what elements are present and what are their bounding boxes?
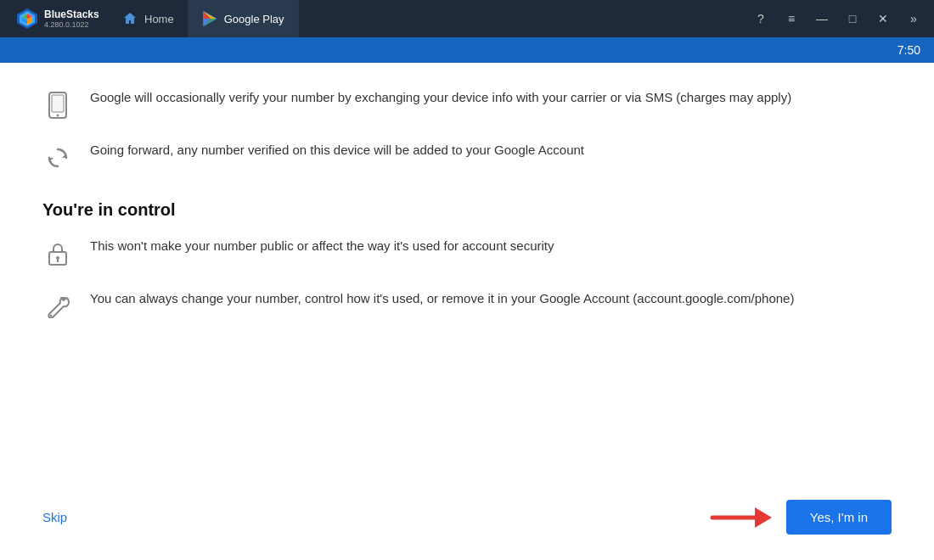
wrench-icon [42,291,73,322]
main-content: Google will occasionally verify your num… [0,63,934,560]
app-name: BlueStacks [44,8,99,20]
home-icon [122,11,138,26]
svg-rect-13 [52,95,64,112]
bluestacks-logo: BlueStacks 4.280.0.1022 [7,7,109,31]
sync-info-row: Going forward, any number verified on th… [42,141,892,173]
svg-marker-16 [49,158,53,162]
maximize-button[interactable]: □ [839,5,866,32]
svg-point-14 [57,115,59,117]
close-button[interactable]: ✕ [869,5,897,32]
help-button[interactable]: ? [747,5,774,32]
phone-info-text: Google will occasionally verify your num… [90,88,892,108]
window-controls: ? ≡ — □ ✕ » [747,5,927,32]
lock-icon [42,238,73,269]
action-row: Skip Yes, I'm in [42,483,892,535]
more-button[interactable]: » [900,5,927,32]
status-time: 7:50 [897,43,920,57]
settings-info-text: You can always change your number, contr… [90,289,892,309]
sync-icon [42,143,73,173]
menu-button[interactable]: ≡ [778,5,805,32]
yes-im-in-button[interactable]: Yes, I'm in [786,500,892,535]
skip-link[interactable]: Skip [42,510,67,524]
phone-info-row: Google will occasionally verify your num… [42,88,892,120]
tab-google-play[interactable]: Google Play [188,0,299,37]
minimize-button[interactable]: — [808,5,836,32]
svg-marker-22 [755,507,772,528]
titlebar: BlueStacks 4.280.0.1022 Home Google Play [0,0,934,37]
play-store-icon [202,11,217,26]
home-tab-label: Home [144,13,174,25]
svg-point-20 [50,315,53,317]
play-tab-label: Google Play [224,13,284,25]
svg-point-18 [56,256,59,260]
lock-info-text: This won't make your number public or af… [90,237,892,256]
sync-info-text: Going forward, any number verified on th… [90,141,892,160]
red-arrow [708,502,776,533]
yes-button-group: Yes, I'm in [708,500,892,535]
phone-icon [42,90,73,120]
status-bar: 7:50 [0,37,934,63]
bluestacks-logo-icon [15,7,39,31]
tab-home[interactable]: Home [109,0,188,37]
logo-text: BlueStacks 4.280.0.1022 [44,8,99,29]
svg-marker-15 [62,154,66,158]
section-heading: You're in control [42,200,892,220]
lock-info-row: This won't make your number public or af… [42,237,892,269]
settings-info-row: You can always change your number, contr… [42,289,892,322]
app-version: 4.280.0.1022 [44,20,99,29]
